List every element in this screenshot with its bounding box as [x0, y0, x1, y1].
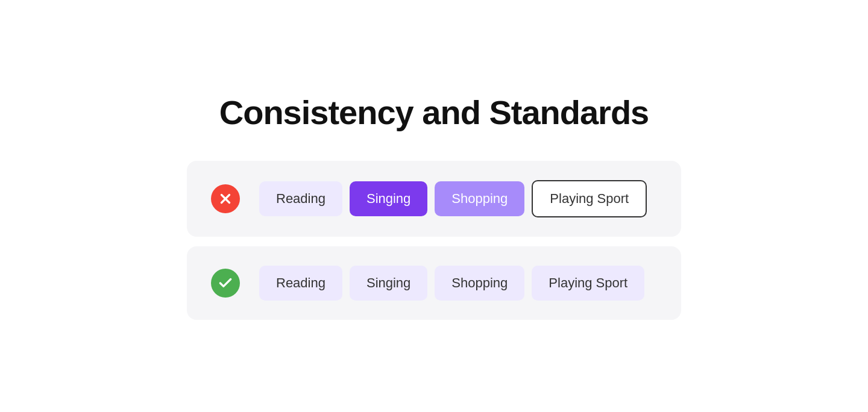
chip-shopping-good[interactable]: Shopping: [435, 266, 524, 301]
chip-singing-bad[interactable]: Singing: [350, 181, 427, 216]
chip-playing-sport-good[interactable]: Playing Sport: [532, 266, 644, 301]
examples-container: Reading Singing Shopping Playing Sport R…: [187, 161, 681, 320]
bad-example-row: Reading Singing Shopping Playing Sport: [187, 161, 681, 237]
chip-singing-good[interactable]: Singing: [350, 266, 427, 301]
good-chips-row: Reading Singing Shopping Playing Sport: [259, 266, 644, 301]
page-title: Consistency and Standards: [219, 93, 649, 132]
bad-chips-row: Reading Singing Shopping Playing Sport: [259, 180, 647, 217]
good-example-row: Reading Singing Shopping Playing Sport: [187, 246, 681, 320]
chip-playing-sport-bad[interactable]: Playing Sport: [532, 180, 647, 217]
chip-reading-good[interactable]: Reading: [259, 266, 342, 301]
chip-shopping-bad[interactable]: Shopping: [435, 181, 524, 216]
chip-reading-bad[interactable]: Reading: [259, 181, 342, 216]
error-icon: [211, 184, 240, 213]
success-icon: [211, 269, 240, 298]
